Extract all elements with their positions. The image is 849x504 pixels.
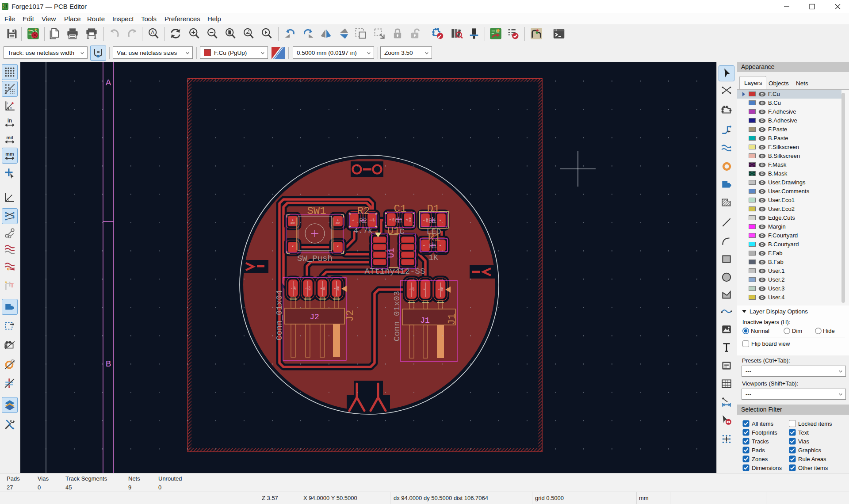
svg-text:r: r [7, 101, 8, 105]
svg-text:θ: θ [10, 106, 12, 110]
svg-text:A: A [151, 29, 154, 35]
svg-text:mil: mil [6, 135, 13, 140]
svg-text:in: in [8, 118, 12, 124]
svg-text:mm: mm [5, 151, 14, 157]
